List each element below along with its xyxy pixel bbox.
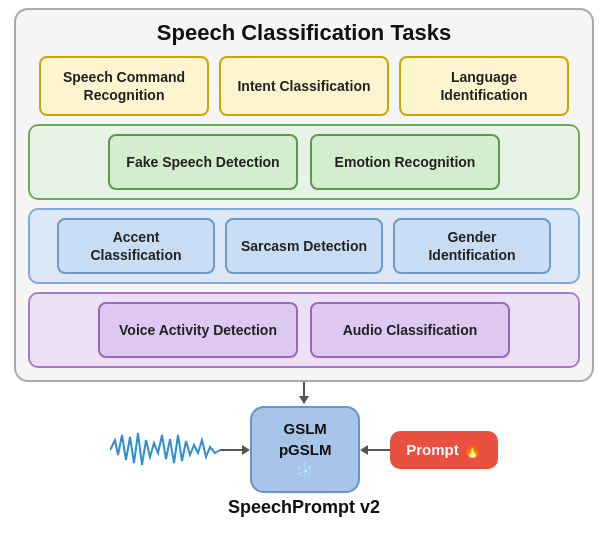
- language-identification-box: Language Identification: [399, 56, 569, 116]
- audio-classification-box: Audio Classification: [310, 302, 510, 358]
- gender-identification-box: Gender Identification: [393, 218, 551, 274]
- gslm-line2: pGSLM: [268, 439, 342, 460]
- sarcasm-detection-box: Sarcasm Detection: [225, 218, 383, 274]
- voice-activity-box: Voice Activity Detection: [98, 302, 298, 358]
- intent-classification-box: Intent Classification: [219, 56, 389, 116]
- main-container: Speech Classification Tasks Speech Comma…: [14, 8, 594, 518]
- emotion-recognition-box: Emotion Recognition: [310, 134, 500, 190]
- bottom-title: SpeechPrompt v2: [228, 497, 380, 518]
- outer-box: Speech Classification Tasks Speech Comma…: [14, 8, 594, 382]
- waveform-icon: [110, 425, 220, 475]
- bottom-flex: GSLM pGSLM ❄️ Prompt 🔥: [110, 406, 498, 493]
- accent-classification-box: Accent Classification: [57, 218, 215, 274]
- arrow-line-v: [303, 382, 305, 396]
- fake-speech-box: Fake Speech Detection: [108, 134, 298, 190]
- row-blue: Accent Classification Sarcasm Detection …: [28, 208, 580, 284]
- row-green: Fake Speech Detection Emotion Recognitio…: [28, 124, 580, 200]
- gslm-box: GSLM pGSLM ❄️: [250, 406, 360, 493]
- h-line-1: [220, 449, 242, 451]
- row-purple: Voice Activity Detection Audio Classific…: [28, 292, 580, 368]
- h-line-2: [368, 449, 390, 451]
- down-arrow-container: GSLM pGSLM ❄️ Prompt 🔥 SpeechPrompt v2: [14, 382, 594, 518]
- speech-command-box: Speech Command Recognition: [39, 56, 209, 116]
- gslm-icon: ❄️: [268, 460, 342, 481]
- arrow-prompt-to-gslm: [360, 445, 390, 455]
- row-yellow: Speech Command Recognition Intent Classi…: [28, 56, 580, 116]
- arrow-head-1: [242, 445, 250, 455]
- prompt-box[interactable]: Prompt 🔥: [390, 431, 498, 469]
- arrow-tri: [299, 396, 309, 404]
- arrow-wave-to-gslm: [220, 445, 250, 455]
- gslm-line1: GSLM: [268, 418, 342, 439]
- down-arrow: [299, 382, 309, 406]
- arrow-head-2: [360, 445, 368, 455]
- prompt-label: Prompt: [406, 441, 459, 458]
- main-title: Speech Classification Tasks: [28, 20, 580, 46]
- prompt-icon: 🔥: [463, 441, 482, 458]
